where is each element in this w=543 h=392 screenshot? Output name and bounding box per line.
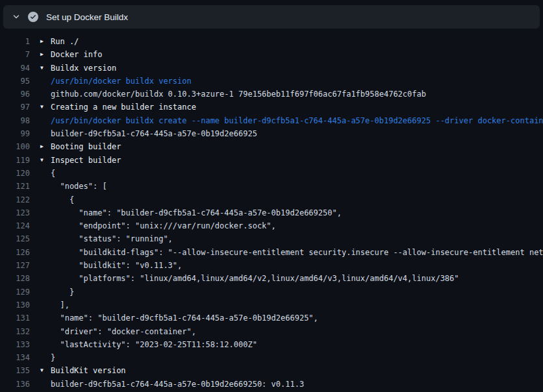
output-text: "nodes": [ xyxy=(51,180,107,193)
output-text: { xyxy=(51,167,55,180)
log-line: 134} xyxy=(0,351,543,364)
group-title: BuildKit version xyxy=(51,364,126,377)
line-number: 129 xyxy=(0,286,30,299)
line-number: 96 xyxy=(0,88,30,101)
line-number: 126 xyxy=(0,246,30,259)
log-line: 128 "platforms": "linux/amd64,linux/amd6… xyxy=(0,272,543,285)
line-number: 7 xyxy=(0,48,30,61)
line-number: 95 xyxy=(0,75,30,88)
line-number: 100 xyxy=(0,140,30,153)
log-group-header-row[interactable]: 135▼BuildKit version xyxy=(0,364,543,377)
log-group-header-row[interactable]: 7▶Docker info xyxy=(0,48,543,61)
line-number: 98 xyxy=(0,114,30,127)
arrow-spacer xyxy=(40,88,51,101)
arrow-spacer xyxy=(40,259,51,272)
arrow-spacer xyxy=(40,206,51,219)
group-title: Buildx version xyxy=(51,62,116,75)
line-number: 127 xyxy=(0,259,30,272)
output-text: "status": "running", xyxy=(51,232,173,245)
arrow-spacer xyxy=(40,325,51,338)
output-text: builder-d9cfb5a1-c764-445a-a57e-0b19d2e6… xyxy=(51,378,304,391)
output-text: "driver": "docker-container", xyxy=(51,325,196,338)
line-number: 128 xyxy=(0,272,30,285)
output-text: "endpoint": "unix:///var/run/docker.sock… xyxy=(51,219,276,232)
triangle-down-icon[interactable]: ▼ xyxy=(40,364,51,377)
log-container: 1▶Run ./7▶Docker info94▼Buildx version95… xyxy=(0,29,543,391)
line-number: 134 xyxy=(0,351,30,364)
output-text: "buildkit": "v0.11.3", xyxy=(51,259,182,272)
arrow-spacer xyxy=(40,180,51,193)
arrow-spacer xyxy=(40,193,51,206)
log-line: 125 "status": "running", xyxy=(0,232,543,245)
arrow-spacer xyxy=(40,127,51,140)
command-text: /usr/bin/docker buildx version xyxy=(51,75,192,88)
triangle-right-icon[interactable]: ▶ xyxy=(40,48,51,61)
log-line: 130 ], xyxy=(0,299,543,312)
log-group-header-row[interactable]: 119▼Inspect builder xyxy=(0,154,543,167)
group-title: Booting builder xyxy=(51,140,121,153)
line-number: 99 xyxy=(0,127,30,140)
arrow-spacer xyxy=(40,272,51,285)
output-text: builder-d9cfb5a1-c764-445a-a57e-0b19d2e6… xyxy=(51,127,257,140)
log-line: 136builder-d9cfb5a1-c764-445a-a57e-0b19d… xyxy=(0,378,543,391)
line-number: 133 xyxy=(0,338,30,351)
log-line: 122 { xyxy=(0,193,543,206)
command-text: /usr/bin/docker buildx create --name bui… xyxy=(51,114,543,127)
log-line: 120{ xyxy=(0,167,543,180)
line-number: 1 xyxy=(0,35,30,48)
line-number: 122 xyxy=(0,193,30,206)
output-text: } xyxy=(51,286,74,299)
log-line: 124 "endpoint": "unix:///var/run/docker.… xyxy=(0,219,543,232)
arrow-spacer xyxy=(40,75,51,88)
log-group-header-row[interactable]: 94▼Buildx version xyxy=(0,62,543,75)
triangle-right-icon[interactable]: ▶ xyxy=(40,140,51,153)
log-group-header-row[interactable]: 100▶Booting builder xyxy=(0,140,543,153)
triangle-down-icon[interactable]: ▼ xyxy=(40,101,51,114)
log-group-header-row[interactable]: 97▼Creating a new builder instance xyxy=(0,101,543,114)
arrow-spacer xyxy=(40,378,51,391)
triangle-down-icon[interactable]: ▼ xyxy=(40,62,51,75)
log-line: 131 "name": "builder-d9cfb5a1-c764-445a-… xyxy=(0,312,543,325)
line-number: 124 xyxy=(0,219,30,232)
line-number: 135 xyxy=(0,364,30,377)
log-group-header-row[interactable]: 1▶Run ./ xyxy=(0,35,543,48)
log-line: 99builder-d9cfb5a1-c764-445a-a57e-0b19d2… xyxy=(0,127,543,140)
arrow-spacer xyxy=(40,219,51,232)
group-title: Creating a new builder instance xyxy=(51,101,196,114)
group-title: Docker info xyxy=(51,48,102,61)
log-line: 129 } xyxy=(0,286,543,299)
log-line: 133 "lastActivity": "2023-02-25T11:58:12… xyxy=(0,338,543,351)
output-text: github.com/docker/buildx 0.10.3+azure-1 … xyxy=(51,88,426,101)
output-text: "lastActivity": "2023-02-25T11:58:12.000… xyxy=(51,338,257,351)
output-text: "platforms": "linux/amd64,linux/amd64/v2… xyxy=(51,272,459,285)
line-number: 136 xyxy=(0,378,30,391)
output-text: "name": "builder-d9cfb5a1-c764-445a-a57e… xyxy=(51,312,318,325)
step-title: Set up Docker Buildx xyxy=(46,12,128,22)
log-line: 126 "buildkitd-flags": "--allow-insecure… xyxy=(0,246,543,259)
log-line: 132 "driver": "docker-container", xyxy=(0,325,543,338)
arrow-spacer xyxy=(40,286,51,299)
output-text: "name": "builder-d9cfb5a1-c764-445a-a57e… xyxy=(51,206,342,219)
step-header[interactable]: Set up Docker Buildx xyxy=(3,5,540,29)
output-text: ], xyxy=(51,299,69,312)
arrow-spacer xyxy=(40,232,51,245)
line-number: 125 xyxy=(0,232,30,245)
chevron-down-icon[interactable] xyxy=(11,12,21,22)
output-text: { xyxy=(51,193,74,206)
arrow-spacer xyxy=(40,351,51,364)
line-number: 123 xyxy=(0,206,30,219)
group-title: Inspect builder xyxy=(51,154,121,167)
line-number: 97 xyxy=(0,101,30,114)
line-number: 121 xyxy=(0,180,30,193)
line-number: 120 xyxy=(0,167,30,180)
check-circle-icon xyxy=(28,12,38,22)
line-number: 132 xyxy=(0,325,30,338)
arrow-spacer xyxy=(40,114,51,127)
arrow-spacer xyxy=(40,246,51,259)
output-text: } xyxy=(51,351,55,364)
log-line: 98/usr/bin/docker buildx create --name b… xyxy=(0,114,543,127)
triangle-right-icon[interactable]: ▶ xyxy=(40,35,51,48)
triangle-down-icon[interactable]: ▼ xyxy=(40,154,51,167)
log-line: 123 "name": "builder-d9cfb5a1-c764-445a-… xyxy=(0,206,543,219)
line-number: 131 xyxy=(0,312,30,325)
